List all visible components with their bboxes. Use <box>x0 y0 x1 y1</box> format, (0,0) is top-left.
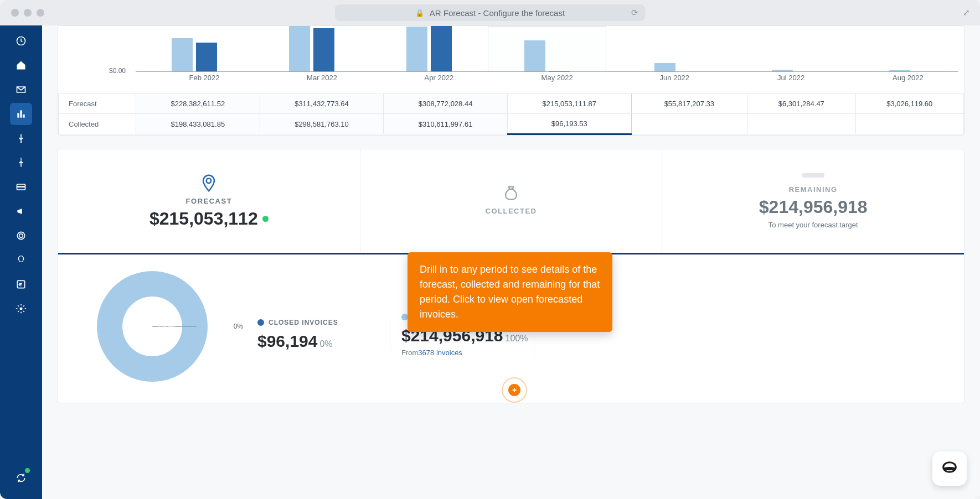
status-dot-icon <box>262 216 269 222</box>
donut-label-100: 100% <box>158 323 175 330</box>
pin-dollar-icon <box>199 174 218 193</box>
sidebar-item-idea[interactable] <box>10 249 32 271</box>
kpi-label: COLLECTED <box>486 207 537 215</box>
main-content: $0.00 Feb 2022 Mar 2022 Apr 2022 May 202… <box>42 25 980 499</box>
x-label: Aug 2022 <box>893 74 924 82</box>
cell[interactable]: $308,772,028.44 <box>384 94 508 114</box>
kpi-collected[interactable]: COLLECTED <box>360 149 663 253</box>
chart-col-apr <box>370 26 488 71</box>
x-label: Jul 2022 <box>777 74 804 82</box>
plus-icon: + <box>508 384 520 396</box>
cell[interactable]: $311,432,773.64 <box>260 94 384 114</box>
minimize-window-icon[interactable] <box>24 9 32 17</box>
cell[interactable]: $228,382,611.52 <box>136 94 260 114</box>
address-bar[interactable]: 🔒 AR Forecast - Configure the forecast ⟳ <box>335 4 645 21</box>
cell[interactable] <box>855 114 964 134</box>
reload-icon[interactable]: ⟳ <box>631 8 638 18</box>
expand-icon[interactable]: ⤢ <box>963 8 970 18</box>
sidebar-item-target[interactable] <box>10 225 32 247</box>
x-label: May 2022 <box>541 74 573 82</box>
cell[interactable]: $298,581,763.10 <box>260 114 384 134</box>
help-launcher[interactable] <box>932 451 967 486</box>
svg-point-14 <box>943 467 956 470</box>
open-from-text: From3678 invoices <box>401 349 523 357</box>
money-bag-icon <box>502 184 520 202</box>
kpi-remaining[interactable]: REMAINING $214,956,918 To meet your fore… <box>662 149 964 253</box>
lock-icon: 🔒 <box>415 9 424 17</box>
svg-text:$: $ <box>20 139 23 144</box>
tour-tooltip: Drill in to any period to see details of… <box>408 252 612 332</box>
open-pct: 100% <box>506 334 528 343</box>
sidebar-item-analytics[interactable] <box>10 103 32 125</box>
y-axis-label: $0.00 <box>109 67 126 75</box>
cell[interactable] <box>631 114 747 134</box>
cell[interactable] <box>747 114 855 134</box>
kpi-forecast[interactable]: FORECAST $215,053,112 <box>58 149 360 253</box>
cell[interactable]: $198,433,081.85 <box>136 114 260 134</box>
cell-selected[interactable]: $96,193.53 <box>507 114 631 134</box>
donut-label-0: 0% <box>234 323 243 330</box>
svg-rect-3 <box>23 115 24 118</box>
tour-hotspot[interactable]: + <box>502 377 527 403</box>
sidebar-item-clock[interactable] <box>10 30 32 52</box>
kpi-subtext: To meet your forecast target <box>768 221 858 229</box>
close-window-icon[interactable] <box>11 9 19 17</box>
svg-text:$: $ <box>20 157 23 162</box>
window-titlebar: 🔒 AR Forecast - Configure the forecast ⟳… <box>0 0 980 25</box>
chart-col-feb <box>136 26 253 71</box>
closed-pct: 0% <box>319 339 332 349</box>
chart-col-jul <box>724 26 841 71</box>
chart-col-jun <box>606 26 724 71</box>
invoices-link[interactable]: 3678 invoices <box>418 349 462 357</box>
svg-point-11 <box>20 308 23 310</box>
forecast-data-table: Forecast $228,382,611.52 $311,432,773.64… <box>58 93 964 135</box>
row-label: Forecast <box>59 94 136 114</box>
x-label: Apr 2022 <box>425 74 454 82</box>
page-title: AR Forecast - Configure the forecast <box>430 8 565 18</box>
progress-icon <box>802 173 824 178</box>
kpi-value: $214,956,918 <box>759 197 868 217</box>
closed-invoices-card[interactable]: CLOSED INVOICES $96,1940% <box>246 319 390 351</box>
sidebar-item-announce[interactable] <box>10 200 32 222</box>
kpi-value: $215,053,112 <box>149 209 258 229</box>
sidebar-item-money-out[interactable]: $ <box>10 152 32 174</box>
sidebar-item-exchange[interactable] <box>10 273 32 295</box>
x-label: Mar 2022 <box>307 74 337 82</box>
donut-chart[interactable]: 100% 0% <box>58 254 246 398</box>
chart-col-may <box>488 26 606 71</box>
chart-col-aug <box>841 26 958 71</box>
kpi-label: REMAINING <box>789 185 838 194</box>
closed-amount: $96,194 <box>257 332 317 350</box>
cell[interactable]: $6,301,284.47 <box>747 94 855 114</box>
tooltip-text: Drill in to any period to see details of… <box>420 264 600 320</box>
sidebar-item-home[interactable] <box>10 54 32 76</box>
chart-col-mar <box>253 26 370 71</box>
maximize-window-icon[interactable] <box>37 9 44 17</box>
chat-icon <box>941 460 958 477</box>
cell[interactable]: $215,053,111.87 <box>507 94 631 114</box>
svg-point-12 <box>207 178 212 183</box>
sidebar-item-card[interactable] <box>10 176 32 198</box>
sidebar-item-inbox[interactable] <box>10 79 32 101</box>
cell[interactable]: $55,817,207.33 <box>631 94 747 114</box>
svg-rect-7 <box>17 186 25 188</box>
svg-rect-1 <box>17 113 19 117</box>
x-label: Jun 2022 <box>660 74 690 82</box>
svg-rect-10 <box>17 280 24 288</box>
status-badge-online <box>25 468 30 473</box>
table-row-collected[interactable]: Collected $198,433,081.85 $298,581,763.1… <box>59 114 964 134</box>
cell[interactable]: $310,611,997.61 <box>384 114 508 134</box>
bar-chart[interactable]: $0.00 Feb 2022 Mar 2022 Apr 2022 May 202… <box>136 26 958 81</box>
sidebar-item-settings[interactable] <box>10 298 32 320</box>
svg-rect-2 <box>20 110 22 117</box>
kpi-label: FORECAST <box>186 197 233 205</box>
sidebar-item-sync[interactable] <box>10 467 32 489</box>
x-label: Feb 2022 <box>189 74 220 82</box>
row-label: Collected <box>59 114 136 134</box>
legend-dot-icon <box>257 319 264 326</box>
svg-point-9 <box>19 234 23 238</box>
table-row-forecast[interactable]: Forecast $228,382,611.52 $311,432,773.64… <box>59 94 964 114</box>
forecast-chart-card: $0.00 Feb 2022 Mar 2022 Apr 2022 May 202… <box>58 25 964 136</box>
cell[interactable]: $3,026,119.60 <box>855 94 964 114</box>
sidebar-item-money-in[interactable]: $ <box>10 127 32 149</box>
